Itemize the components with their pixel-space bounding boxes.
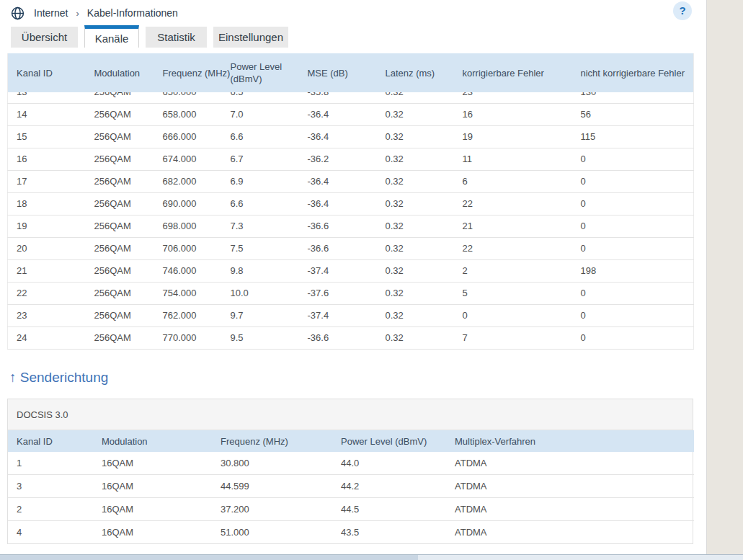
cell: 115 (572, 126, 694, 148)
cell: 0 (572, 327, 694, 350)
cell: -36.6 (299, 215, 377, 238)
cell: 0 (572, 148, 694, 171)
cell: ATDMA (446, 452, 694, 475)
tab-statistik[interactable]: Statistik (146, 27, 207, 48)
scrollbar-thumb[interactable] (0, 555, 418, 560)
cell: 16QAM (93, 521, 212, 544)
cell: 256QAM (86, 260, 154, 283)
cell: 44.599 (212, 475, 332, 498)
horizontal-scrollbar[interactable] (0, 554, 743, 560)
cell: 14 (8, 104, 86, 126)
cell: 16 (454, 104, 572, 126)
cell: 7.0 (222, 104, 299, 126)
tab-uebersicht[interactable]: Übersicht (11, 27, 78, 48)
upstream-heading: ↑ Senderichtung (9, 370, 743, 386)
table-row: 23256QAM762.0009.7-37.40.3200 (8, 305, 694, 327)
cell: 13 (8, 92, 86, 104)
table-row: 20256QAM706.0007.5-36.60.32220 (8, 238, 694, 260)
upstream-table-header: Kanal IDModulationFrequenz (MHz)Power Le… (8, 430, 694, 452)
cell: 51.000 (212, 521, 332, 544)
cell: 37.200 (212, 498, 332, 521)
cell: 22 (454, 238, 572, 260)
table-row: 19256QAM698.0007.3-36.60.32210 (8, 215, 694, 238)
upstream-channels-table: Kanal IDModulationFrequenz (MHz)Power Le… (8, 430, 694, 543)
cell: 4 (8, 521, 93, 544)
cell: 1 (8, 452, 93, 475)
cell: 5 (454, 283, 572, 305)
breadcrumb-separator-icon: › (76, 8, 79, 19)
cell: ATDMA (446, 498, 694, 521)
cell: 0.32 (377, 126, 454, 148)
cell: 6.9 (222, 171, 299, 193)
column-header: Frequenz (MHz) (154, 53, 222, 92)
cell: 0.32 (377, 260, 454, 283)
table-row: 22256QAM754.00010.0-37.60.3250 (8, 283, 694, 305)
cell: 658.000 (154, 104, 222, 126)
cell: -37.4 (299, 305, 377, 327)
cell: 0 (572, 238, 694, 260)
cell: 256QAM (86, 215, 154, 238)
cell: 256QAM (86, 92, 154, 104)
cell: 23 (8, 305, 86, 327)
tab-einstellungen[interactable]: Einstellungen (213, 27, 288, 48)
cell: 21 (454, 215, 572, 238)
cell: 9.5 (222, 327, 299, 350)
cell: 16QAM (93, 475, 212, 498)
cell: 22 (454, 193, 572, 215)
cell: 690.000 (154, 193, 222, 215)
cell: 3 (8, 475, 93, 498)
cell: 6 (454, 171, 572, 193)
cell: 6.7 (222, 148, 299, 171)
cell: ATDMA (446, 475, 694, 498)
page: Internet › Kabel-Informationen ? Übersic… (0, 0, 743, 560)
tab-kanaele[interactable]: Kanäle (84, 25, 139, 48)
cell: 698.000 (154, 215, 222, 238)
globe-icon (11, 6, 25, 20)
table-row: 16256QAM674.0006.7-36.20.32110 (8, 148, 694, 171)
column-header: MSE (dB) (299, 53, 377, 92)
table-row: 316QAM44.59944.2ATDMA (8, 475, 694, 498)
cell: -36.4 (299, 193, 377, 215)
cell: 256QAM (86, 238, 154, 260)
breadcrumb: Internet › Kabel-Informationen ? (0, 0, 743, 22)
cell: 0.32 (377, 171, 454, 193)
cell: 746.000 (154, 260, 222, 283)
cell: 11 (454, 148, 572, 171)
cell: 256QAM (86, 171, 154, 193)
table-row: 14256QAM658.0007.0-36.40.321656 (8, 104, 694, 126)
table-row: 416QAM51.00043.5ATDMA (8, 521, 694, 544)
cell: 682.000 (154, 171, 222, 193)
cell: 22 (8, 283, 86, 305)
cell: 256QAM (86, 327, 154, 350)
cell: 0.32 (377, 193, 454, 215)
cell: 44.5 (332, 498, 446, 521)
cell: 6.6 (222, 193, 299, 215)
cell: 18 (8, 193, 86, 215)
cell: 56 (572, 104, 694, 126)
cell: 19 (454, 126, 572, 148)
column-header: Latenz (ms) (377, 53, 454, 92)
cell: -36.6 (299, 238, 377, 260)
table-row-clipped: 13256QAM650.0006.5-35.80.3223130 (8, 92, 694, 104)
cell: 198 (572, 260, 694, 283)
cell: 706.000 (154, 238, 222, 260)
cell: 666.000 (154, 126, 222, 148)
cell: -37.6 (299, 283, 377, 305)
cell: 0.32 (377, 238, 454, 260)
cell: 16QAM (93, 452, 212, 475)
cell: 770.000 (154, 327, 222, 350)
column-header: Kanal ID (8, 53, 86, 92)
cell: -36.4 (299, 126, 377, 148)
cell: 674.000 (154, 148, 222, 171)
cell: 0.32 (377, 305, 454, 327)
cell: 16 (8, 148, 86, 171)
table-row: 21256QAM746.0009.8-37.40.322198 (8, 260, 694, 283)
table-row: 116QAM30.80044.0ATDMA (8, 452, 694, 475)
cell: 7.5 (222, 238, 299, 260)
cell: 2 (454, 260, 572, 283)
breadcrumb-section[interactable]: Internet (34, 7, 68, 19)
column-header: Power Level (dBmV) (222, 53, 299, 92)
page-background (706, 0, 743, 560)
table-row: 15256QAM666.0006.6-36.40.3219115 (8, 126, 694, 148)
help-button[interactable]: ? (673, 1, 692, 20)
